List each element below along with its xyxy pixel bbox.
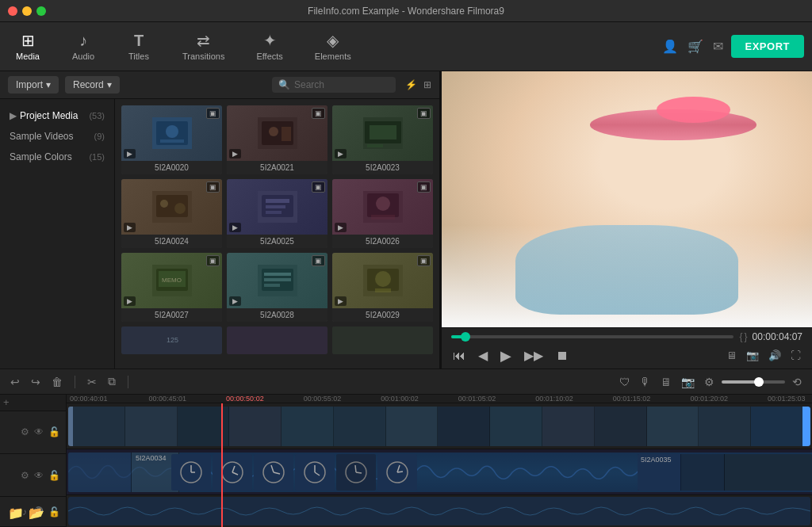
grid-view-icon[interactable]: ⊞ — [423, 79, 431, 90]
media-thumb-0[interactable]: ▣ ▶ 5I2A0020 — [121, 105, 222, 174]
video-clip-1[interactable] — [68, 407, 810, 446]
add-track-button[interactable]: + — [3, 396, 10, 408]
camera-icon[interactable]: 📷 — [679, 373, 697, 391]
zoom-fit-icon[interactable]: ⟲ — [790, 373, 804, 391]
tab-audio[interactable]: ♪ Audio — [63, 28, 103, 66]
svg-rect-7 — [282, 127, 291, 141]
clip-label-5i2a0035: 5I2A0035 — [638, 454, 675, 465]
sidebar-item-project-media[interactable]: ▶ Project Media (53) — [0, 105, 114, 126]
svg-rect-32 — [264, 278, 291, 281]
playback-controls: ⏮ ◀ ▶ ▶▶ ⏹ — [451, 346, 570, 366]
mail-icon[interactable]: ✉ — [713, 39, 723, 54]
media-thumb-3[interactable]: ▣ ▶ 5I2A0024 — [121, 179, 222, 248]
tab-effects[interactable]: ✦ Effects — [248, 28, 290, 66]
preview-panel: { } 00:00:04:07 ⏮ ◀ ▶ ▶▶ ⏹ 🖥 📷 🔊 ⛶ — [442, 71, 812, 369]
media-thumb-8[interactable]: ▣ ▶ 5I2A0029 — [332, 253, 433, 322]
next-frame-button[interactable]: ▶▶ — [523, 346, 545, 365]
preview-monitor-icon[interactable]: 🖥 — [725, 348, 738, 363]
media-thumb-7[interactable]: ▣ ▶ 5I2A0028 — [227, 253, 327, 322]
mic-icon[interactable]: 🎙 — [638, 373, 653, 391]
toolbar-separator — [75, 376, 75, 388]
progress-thumb — [461, 332, 470, 342]
track-2-lock-icon[interactable]: 🔓 — [48, 469, 61, 482]
search-box: 🔍 — [272, 77, 396, 93]
timeline-ruler[interactable]: 00:00:40:01 00:00:45:01 00:00:50:02 00:0… — [67, 395, 812, 403]
media-thumb-4[interactable]: ▣ ▶ 5I2A0025 — [227, 179, 327, 248]
account-icon[interactable]: 👤 — [662, 39, 678, 54]
filter-icon[interactable]: ⚡ — [405, 79, 417, 90]
time-display: { } 00:00:04:07 — [740, 331, 802, 342]
tracks-viewport: 5I2A0034 — [67, 403, 812, 527]
track-1-eye-icon[interactable]: 👁 — [33, 426, 44, 438]
media-thumb-2[interactable]: ▣ ▶ 5I2A0023 — [332, 105, 433, 174]
search-input[interactable] — [294, 79, 389, 90]
svg-point-6 — [269, 127, 278, 136]
ruler-mark-2: 00:00:50:02 — [226, 395, 264, 403]
copy-button[interactable]: ⧉ — [105, 372, 118, 391]
shield-icon[interactable]: 🛡 — [617, 373, 633, 391]
stop-button[interactable]: ⏹ — [554, 347, 570, 365]
play-pause-button[interactable]: ▶ — [499, 346, 513, 366]
media-thumb-label-6: 5I2A0027 — [121, 308, 222, 322]
track-1-settings-icon[interactable]: ⚙ — [20, 426, 30, 438]
settings-icon[interactable]: ⚙ — [702, 373, 717, 391]
media-thumb-1[interactable]: ▣ ▶ 5I2A0021 — [227, 105, 327, 174]
svg-line-49 — [271, 465, 274, 472]
clip-select-handle[interactable] — [802, 407, 810, 446]
track-2-settings-icon[interactable]: ⚙ — [20, 469, 30, 482]
media-thumb-10[interactable] — [227, 327, 327, 354]
bracket-left: { — [740, 331, 743, 342]
minimize-button[interactable] — [22, 6, 32, 16]
svg-text:MEMO: MEMO — [162, 277, 182, 284]
import-button[interactable]: Import ▾ — [8, 76, 59, 94]
close-button[interactable] — [8, 6, 17, 16]
fullscreen-button[interactable]: ⛶ — [789, 348, 802, 363]
track-2-eye-icon[interactable]: 👁 — [33, 469, 44, 482]
top-toolbar: ⊞ Media ♪ Audio T Titles ⇄ Transitions ✦… — [0, 22, 812, 71]
svg-line-55 — [355, 465, 356, 472]
progress-bar[interactable] — [451, 335, 733, 338]
snapshot-button[interactable]: 📷 — [745, 348, 760, 363]
track-2-label: ⚙ 👁 🔓 — [0, 454, 66, 497]
media-thumb-11[interactable] — [332, 327, 433, 354]
clip-5i2a0035[interactable]: 5I2A0035 — [638, 454, 812, 491]
thumb-badge: ▣ — [417, 181, 431, 193]
sidebar-item-sample-colors[interactable]: Sample Colors (15) — [0, 147, 114, 167]
media-thumb-5[interactable]: ▣ ▶ 5I2A0026 — [332, 179, 433, 248]
media-thumb-9[interactable]: 125 — [121, 327, 222, 354]
record-button[interactable]: Record ▾ — [65, 76, 120, 94]
sidebar-item-sample-videos[interactable]: Sample Videos (9) — [0, 126, 114, 147]
track-1-lock-icon[interactable]: 🔓 — [48, 426, 61, 438]
maximize-button[interactable] — [36, 6, 46, 16]
elements-icon: ◈ — [327, 32, 339, 48]
export-button[interactable]: EXPORT — [731, 35, 804, 58]
track-3-audio — [67, 495, 812, 527]
prev-frame-button[interactable]: ◀ — [477, 346, 489, 365]
audio-track-3[interactable] — [68, 497, 810, 525]
redo-button[interactable]: ↪ — [29, 373, 43, 391]
delete-button[interactable]: 🗑 — [49, 373, 65, 391]
left-panel-header: Import ▾ Record ▾ 🔍 ⚡ ⊞ — [0, 71, 439, 99]
cut-button[interactable]: ✂ — [85, 373, 99, 391]
skip-to-start-button[interactable]: ⏮ — [451, 347, 467, 365]
volume-button[interactable]: 🔊 — [767, 348, 783, 363]
screen-record-icon[interactable]: 🖥 — [658, 373, 674, 391]
tab-titles[interactable]: T Titles — [119, 28, 159, 66]
svg-line-53 — [315, 472, 320, 475]
audio-clip-1[interactable]: 5I2A0034 — [68, 453, 812, 492]
tab-media-label: Media — [16, 52, 40, 61]
tab-media[interactable]: ⊞ Media — [8, 28, 48, 66]
import-chevron-icon: ▾ — [46, 79, 51, 90]
media-icon: ⊞ — [21, 32, 35, 48]
cart-icon[interactable]: 🛒 — [688, 39, 703, 54]
window-title: FileInfo.com Example - Wondershare Filmo… — [308, 6, 504, 17]
undo-button[interactable]: ↩ — [8, 373, 22, 391]
preview-progress-bar: { } 00:00:04:07 — [451, 331, 802, 342]
record-chevron-icon: ▾ — [107, 79, 112, 90]
tab-elements[interactable]: ◈ Elements — [307, 28, 359, 66]
video-preview — [442, 71, 812, 327]
ruler-marks-container: 00:00:40:01 00:00:45:01 00:00:50:02 00:0… — [70, 395, 805, 403]
media-thumb-6[interactable]: MEMO ▣ ▶ 5I2A0027 — [121, 253, 222, 322]
tab-transitions[interactable]: ⇄ Transitions — [174, 28, 232, 66]
zoom-slider[interactable] — [722, 380, 785, 384]
